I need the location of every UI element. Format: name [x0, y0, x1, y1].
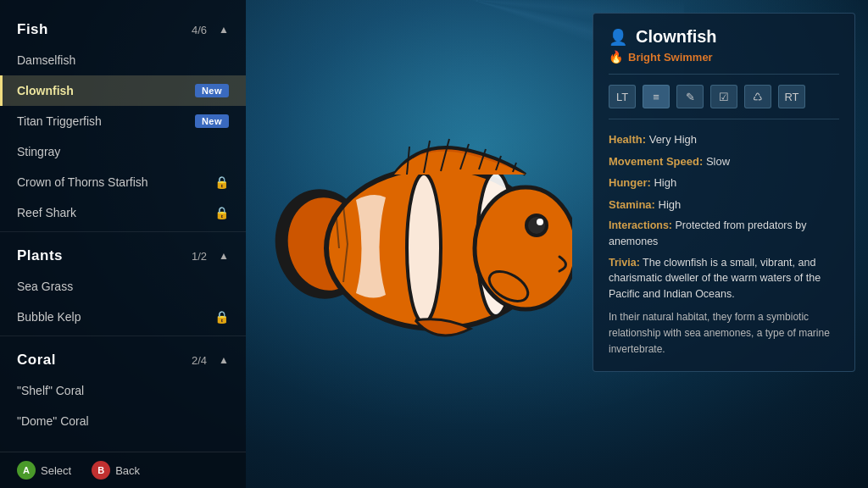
category-fish-label: Fish [17, 21, 48, 38]
stat-interactions: Interactions: Protected from predators b… [609, 218, 839, 250]
info-panel: 👤 Clownfish 🔥 Bright Swimmer LT ≡ ✎ ☑ ♺ … [593, 13, 855, 372]
category-coral-count: 2/4 [192, 354, 207, 367]
action-cycle[interactable]: ♺ [744, 85, 771, 108]
category-coral-arrow: ▲ [219, 354, 229, 366]
category-plants-arrow: ▲ [219, 250, 229, 262]
action-lt[interactable]: LT [609, 85, 636, 108]
back-button[interactable]: B Back [92, 461, 140, 480]
list-item-clownfish[interactable]: Clownfish New [0, 75, 246, 106]
stat-stamina: Stamina: High [609, 197, 839, 214]
category-fish-arrow: ▲ [219, 24, 229, 36]
category-coral[interactable]: Coral 2/4 ▲ [0, 343, 246, 375]
list-item-damselfish[interactable]: Damselfish [0, 45, 246, 75]
badge-new-titan: New [195, 114, 229, 128]
b-button-icon: B [92, 461, 110, 480]
action-list[interactable]: ≡ [643, 85, 670, 108]
select-button[interactable]: A Select [17, 461, 71, 480]
info-title: Clownfish [636, 27, 717, 47]
subtitle-text: Bright Swimmer [628, 51, 713, 64]
bottom-nav: A Select B Back [0, 452, 246, 488]
list-item-sea-grass[interactable]: Sea Grass [0, 271, 246, 302]
stat-movement: Movement Speed: Slow [609, 153, 839, 170]
action-icons-row: LT ≡ ✎ ☑ ♺ RT [609, 85, 839, 119]
list-item-titan-triggerfish[interactable]: Titan Triggerfish New [0, 106, 246, 136]
action-rt[interactable]: RT [778, 85, 805, 108]
category-fish[interactable]: Fish 4/6 ▲ [0, 13, 246, 45]
divider-2 [0, 336, 246, 336]
stat-hunger: Hunger: High [609, 175, 839, 191]
divider-1 [0, 231, 246, 232]
category-plants[interactable]: Plants 1/2 ▲ [0, 239, 246, 271]
svg-point-12 [528, 217, 545, 234]
fish-display-area [246, 0, 593, 488]
creature-icon: 👤 [609, 28, 627, 47]
action-check[interactable]: ☑ [710, 85, 737, 108]
trivia-extra: In their natural habitat, they form a sy… [609, 309, 839, 358]
info-subtitle: 🔥 Bright Swimmer [609, 50, 839, 75]
list-item-reef-shark[interactable]: Reef Shark 🔒 [0, 197, 246, 228]
lock-icon-reef-shark: 🔒 [214, 206, 229, 219]
list-item-dome-coral[interactable]: "Dome" Coral [0, 406, 246, 436]
a-button-icon: A [17, 461, 36, 480]
sidebar: Fish 4/6 ▲ Damselfish Clownfish New Tita… [0, 0, 246, 488]
svg-point-13 [537, 219, 543, 225]
info-header: 👤 Clownfish [609, 27, 839, 47]
badge-new-clownfish: New [195, 84, 229, 97]
list-item-bubble-kelp[interactable]: Bubble Kelp 🔒 [0, 302, 246, 332]
stat-trivia: Trivia: The clownfish is a small, vibran… [609, 255, 839, 302]
back-label: Back [115, 464, 140, 477]
list-item-stingray[interactable]: Stingray [0, 136, 246, 167]
list-item-shelf-coral[interactable]: "Shelf" Coral [0, 375, 246, 406]
category-coral-label: Coral [17, 352, 56, 369]
category-plants-label: Plants [17, 247, 63, 264]
subtitle-icon: 🔥 [609, 50, 623, 64]
fish-illustration [267, 100, 572, 388]
category-fish-count: 4/6 [192, 24, 207, 36]
select-label: Select [41, 464, 71, 477]
list-item-crown-of-thorns[interactable]: Crown of Thorns Starfish 🔒 [0, 167, 246, 197]
stat-health: Health: Very High [609, 131, 839, 148]
lock-icon-crown: 🔒 [214, 175, 229, 189]
lock-icon-bubble-kelp: 🔒 [214, 310, 229, 324]
category-plants-count: 1/2 [192, 250, 207, 263]
action-edit[interactable]: ✎ [676, 85, 704, 108]
